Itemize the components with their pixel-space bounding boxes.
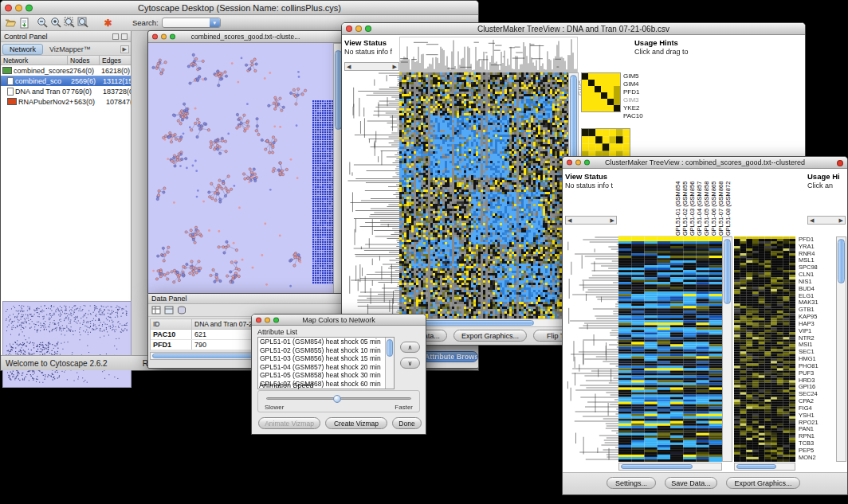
attribute-batch-icon[interactable]	[177, 303, 186, 318]
search-combobox[interactable]: ▼	[162, 18, 221, 28]
map-colors-titlebar[interactable]: Map Colors to Network	[252, 315, 426, 326]
network-tree-row[interactable]: combined_scores2764(0)16218(0)	[1, 65, 131, 76]
column-dendrogram-canvas[interactable]	[399, 37, 578, 73]
control-panel-title: Control Panel	[4, 33, 48, 41]
minimize-icon[interactable]	[575, 160, 581, 166]
usage-hints-scrollbar[interactable]: ◀▶	[807, 216, 846, 225]
column-header-nodes[interactable]: Nodes	[68, 56, 100, 64]
chevron-down-icon[interactable]: ▼	[210, 18, 220, 27]
animate-vizmap-button[interactable]: Animate Vizmap	[258, 417, 320, 429]
close-icon[interactable]	[346, 25, 352, 32]
close-icon[interactable]	[152, 34, 158, 40]
heatmap-column-label: GPL51-05 (GSM858	[703, 169, 710, 236]
treeview2-titlebar[interactable]: ClusterMaker TreeView : combined_scores_…	[563, 157, 847, 169]
secondary-horizontal-scrollbar[interactable]	[734, 463, 795, 471]
network-table-header: Network Nodes Edges	[1, 56, 131, 65]
zoom-window-icon[interactable]	[273, 317, 279, 322]
tab-network[interactable]: Network	[2, 44, 43, 55]
attribute-list-item[interactable]: GPL51-01 (GSM854) heat shock 05 min	[258, 338, 385, 346]
gene-label: YSH1	[799, 412, 834, 420]
minimize-icon[interactable]	[265, 317, 270, 322]
heatmap-canvas[interactable]	[399, 72, 568, 318]
table-header-id[interactable]: ID	[151, 319, 192, 329]
cell-id: PFD1	[151, 340, 192, 350]
minimize-icon[interactable]	[161, 34, 167, 40]
plugin-starburst-icon[interactable]: ✱	[101, 17, 115, 29]
network-window-titlebar[interactable]: combined_scores_good.txt--cluste...	[148, 31, 343, 43]
network-graph-canvas[interactable]	[148, 43, 334, 294]
network-tree-row[interactable]: combined_sco2569(6)13112(15)	[1, 76, 131, 86]
scroll-right-icon[interactable]: ▶	[393, 64, 397, 70]
secondary-heatmap-canvas[interactable]	[734, 236, 795, 462]
open-folder-icon[interactable]	[4, 17, 18, 29]
create-vizmap-button[interactable]: Create Vizmap	[325, 417, 387, 429]
close-icon-right[interactable]	[837, 160, 843, 166]
scrollbar-thumb[interactable]	[422, 320, 534, 326]
zoom-out-icon[interactable]	[36, 17, 49, 29]
column-header-edges[interactable]: Edges	[100, 56, 131, 64]
scrollbar-thumb[interactable]	[570, 75, 577, 169]
scroll-right-icon[interactable]: ▶	[610, 217, 614, 224]
zoom-window-icon[interactable]	[170, 34, 175, 40]
zoom-window-icon[interactable]	[365, 25, 371, 32]
cluster-matrix-canvas-1[interactable]	[581, 72, 621, 112]
treeview1-titlebar[interactable]: ClusterMaker TreeView : DNA and Tran 07-…	[342, 23, 805, 35]
network-tree-row[interactable]: DNA and Tran 07769(0)183728(0)	[1, 86, 131, 96]
done-button[interactable]: Done	[392, 417, 422, 429]
attribute-list-item[interactable]: GPL51-04 (GSM857) heat shock 20 min	[258, 363, 385, 372]
minimize-icon[interactable]	[15, 4, 22, 11]
zoom-window-icon[interactable]	[26, 4, 33, 11]
export-graphics-button[interactable]: Export Graphics...	[726, 477, 800, 489]
float-panel-icon[interactable]	[112, 33, 119, 40]
select-attributes-icon[interactable]	[151, 303, 161, 318]
settings-button[interactable]: Settings...	[607, 477, 656, 489]
view-status-scrollbar[interactable]: ◀▶	[344, 62, 399, 71]
scrollbar-thumb[interactable]	[387, 339, 393, 357]
heatmap2-horizontal-scrollbar[interactable]	[618, 463, 722, 471]
scrollbar-thumb[interactable]	[838, 239, 845, 283]
main-titlebar[interactable]: Cytoscape Desktop (Session Name: collins…	[1, 1, 478, 15]
close-icon[interactable]	[256, 317, 261, 322]
button-label: Export Graphics...	[734, 479, 791, 487]
heatmap2-vertical-scrollbar[interactable]	[722, 236, 732, 462]
attribute-list-scrollbar[interactable]	[385, 338, 394, 389]
attribute-list-item[interactable]: GPL51-02 (GSM855) heat shock 10 min	[258, 346, 385, 355]
row-dendrogram-canvas[interactable]	[345, 72, 399, 318]
scroll-left-icon[interactable]: ◀	[567, 217, 571, 224]
zoom-selected-icon[interactable]	[77, 17, 90, 29]
scroll-right-icon[interactable]: ▶	[839, 217, 843, 224]
close-icon[interactable]	[5, 4, 12, 11]
zoom-window-icon[interactable]	[584, 160, 590, 166]
view-status-scrollbar[interactable]: ◀▶	[565, 216, 617, 225]
gene-list-scrollbar[interactable]	[836, 236, 846, 462]
heatmap-canvas-2[interactable]	[618, 236, 722, 462]
tab-overflow-icon[interactable]: ▶	[120, 45, 129, 53]
minimize-icon[interactable]	[355, 25, 362, 32]
scroll-left-icon[interactable]: ◀	[347, 64, 351, 70]
scrollbar-thumb[interactable]	[736, 464, 776, 469]
column-header-network[interactable]: Network	[1, 56, 68, 64]
row-dendrogram-canvas-2[interactable]	[565, 236, 618, 462]
close-panel-icon[interactable]	[121, 33, 128, 40]
scrollbar-thumb[interactable]	[621, 464, 693, 469]
gene-label: CLN1	[799, 272, 834, 279]
move-up-button[interactable]: ∧	[400, 342, 420, 353]
move-down-button[interactable]: ∨	[400, 357, 420, 369]
scroll-left-icon[interactable]: ◀	[810, 217, 814, 224]
network-edges: 107847(0)	[106, 98, 131, 106]
attribute-list-item[interactable]: GPL51-05 (GSM858) heat shock 30 min	[258, 371, 385, 380]
scrollbar-thumb[interactable]	[724, 239, 731, 304]
zoom-fit-icon[interactable]	[63, 17, 77, 29]
create-attribute-icon[interactable]	[164, 303, 174, 318]
zoom-in-icon[interactable]	[49, 17, 63, 29]
tab-vizmapper[interactable]: VizMapper™	[45, 45, 96, 54]
export-graphics-button[interactable]: Export Graphics...	[453, 330, 527, 342]
import-network-icon[interactable]	[18, 17, 31, 29]
attribute-list-item[interactable]: GPL51-03 (GSM856) heat shock 15 min	[258, 354, 385, 363]
save-data-button[interactable]: Save Data...	[665, 477, 717, 489]
slider-thumb[interactable]	[333, 395, 341, 403]
close-icon[interactable]	[567, 160, 572, 166]
speed-slider[interactable]	[266, 397, 411, 400]
network-overview-canvas[interactable]	[2, 301, 132, 388]
network-tree-row[interactable]: RNAPuberNov2+563(0)107847(0)	[1, 96, 131, 107]
